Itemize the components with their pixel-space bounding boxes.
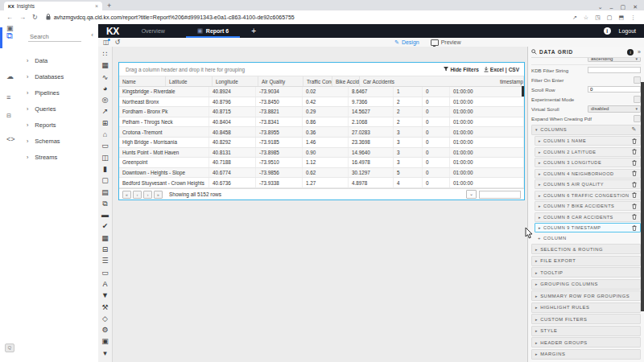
last-page-icon[interactable]: » [154,191,163,199]
column-section-item[interactable]: ▸ COLUMN 2 LATITUDE [535,147,641,157]
palette-drag-handle-icon[interactable]: ∷ [103,48,108,60]
virtual-scroll-select[interactable]: disabled▾ [588,105,641,113]
pivot-table-widget-icon[interactable]: ⊞ [102,117,109,129]
hide-filters-button[interactable]: Hide Filters [444,67,478,72]
trash-icon[interactable] [632,138,637,144]
table-row[interactable]: Kingsbridge - Riverdale 40.8924 -73.9034… [119,87,524,97]
experimental-mode-checkbox[interactable] [634,96,641,103]
refresh-icon[interactable]: ↻ [32,14,38,21]
pie-chart-widget-icon[interactable]: ◕ [103,83,107,94]
excel-export-button[interactable]: Excel [490,67,504,72]
tab-report-6[interactable]: ▦ Report 6 [186,24,240,38]
hierarchy-widget-icon[interactable]: ⊟ [102,244,109,255]
table-row[interactable]: High Bridge - Morrisania 40.8292 -73.918… [119,138,524,148]
table-row[interactable]: Bedford Stuyvesant - Crown Heights 40.67… [119,178,524,188]
profile-icon[interactable]: ▢ [607,14,613,21]
panel-collapse-icon[interactable]: » [638,49,641,55]
incognito-icon[interactable]: ⬒ [618,14,624,21]
data-grid-widget[interactable]: Drag a column header and drop it here fo… [118,62,525,200]
maximize-icon[interactable]: ▢ [621,4,626,10]
table-row[interactable]: Hunts Point - Mott Haven 40.8131 -73.898… [119,148,524,158]
filter-on-enter-checkbox[interactable] [634,76,641,84]
browser-menu-icon[interactable]: ⋮ [630,14,636,21]
next-page-icon[interactable]: › [143,191,152,199]
table-header-cell[interactable]: Bike Accidents [332,76,360,86]
panel-section[interactable]: ▸ TOOLTIP [531,267,641,278]
minimize-icon[interactable]: – [610,5,613,10]
panel-section[interactable]: ▸ CUSTOM FILTERS [531,314,641,324]
panel-section[interactable]: ▸ MARGINS [531,349,641,360]
tools-widget-icon[interactable]: ⚒ [101,302,108,313]
trash-icon[interactable] [632,204,637,209]
filter-widget-icon[interactable]: ▼ [101,290,109,301]
column-section-item[interactable]: ▸ COLUMN 9 TIMESTAMP [535,223,641,232]
trash-icon[interactable] [632,225,637,231]
button-widget-icon[interactable]: ▬ [101,209,109,220]
forward-icon[interactable]: → [19,14,26,21]
expand-pdf-checkbox[interactable] [634,115,641,122]
add-column-button[interactable]: + COLUMN [538,234,641,242]
columns-section-header[interactable]: ▾ COLUMNS ✎ [531,125,641,135]
tab-overview[interactable]: Overview [142,28,165,34]
panel-scrollbar-thumb[interactable] [641,82,644,311]
data-grid-widget-icon[interactable]: ▦ [101,60,109,71]
csv-export-button[interactable]: CSV [509,67,519,72]
search-input[interactable] [28,32,81,42]
column-section-item[interactable]: ▸ COLUMN 5 AIR QUALITY [535,179,641,189]
panel-section[interactable]: ▸ SUMMARY ROW FOR GROUPINGS [531,290,641,301]
table-row[interactable]: Crotona -Tremont 40.8458 -73.8955 0.36 2… [119,127,524,138]
text-widget-icon[interactable]: A [102,278,107,290]
input-widget-icon[interactable]: ▭ [101,267,109,278]
sidebar-item[interactable]: › Schemas [0,133,98,149]
rows-layout-widget-icon[interactable]: ▤ [101,187,109,198]
close-icon[interactable]: ✕ [633,4,638,10]
edit-columns-icon[interactable]: ✎ [632,126,637,133]
bookmark-star-icon[interactable]: ☆ [584,14,588,21]
shape-widget-icon[interactable]: ◇ [102,313,108,324]
checkbox-widget-icon[interactable]: ✔ [102,220,109,232]
sidebar-item[interactable]: › Pipelines [0,84,98,101]
panel-section[interactable]: ▸ STYLE [531,326,641,336]
filter-toggle-icon[interactable]: ⌄ [466,190,477,199]
window-menu-icon[interactable]: ⌄ [598,4,603,10]
settings-widget-icon[interactable]: ⚙ [101,324,108,335]
image-widget-icon[interactable]: ▣ [101,335,109,347]
grid-scrollbar-thumb[interactable] [522,86,524,97]
back-icon[interactable]: ← [6,14,13,21]
table-row[interactable]: Pelham - Throgs Neck 40.8404 -73.8341 0.… [119,117,524,128]
column-section-item[interactable]: ▸ COLUMN 8 CAR ACCIDENTS [535,212,641,222]
add-report-tab-button[interactable]: + [251,27,256,35]
table-row[interactable]: Northeast Bronx 40.8796 -73.8450 0.42 9.… [119,97,524,108]
save-layout-icon[interactable]: ◫ [103,39,109,46]
copy-widget-icon[interactable]: ⧉ [102,198,107,209]
sidebar-collapse-icon[interactable]: ‹ [91,31,93,39]
extensions-icon[interactable]: ◳ [595,14,601,21]
column-section-item[interactable]: ▸ COLUMN 7 BIKE ACCIDENTS [535,201,641,211]
palette-scroll-down-icon[interactable]: ▾ [103,348,107,359]
footer-filter-input[interactable] [479,191,521,199]
table-row[interactable]: Downtown - Heights - Slope 40.6774 -73.9… [119,168,524,179]
trash-icon[interactable] [632,182,637,187]
sidebar-item[interactable]: › Databases [0,68,98,84]
trend-widget-icon[interactable]: ↗ [102,105,109,117]
scroll-row-input[interactable] [588,86,641,93]
columns-layout-widget-icon[interactable]: ◫ [101,152,109,163]
panel-section[interactable]: ▸ GROUPING COLUMNS [531,279,641,290]
browser-new-tab-button[interactable]: + [107,2,111,10]
table-row[interactable]: Greenpoint 40.7188 -73.9510 1.12 16.4978… [119,158,524,168]
preview-mode-toggle[interactable]: Preview [431,39,461,46]
trash-icon[interactable] [632,149,637,154]
first-page-icon[interactable]: « [122,191,131,199]
sidebar-item[interactable]: › Reports [0,117,98,133]
panel-section[interactable]: ▸ HIGHLIGHT RULES [531,302,641,313]
logout-button[interactable]: Logout [619,28,636,34]
design-mode-toggle[interactable]: ✎ Design [394,39,419,46]
sidebar-item[interactable]: › Queries [0,101,98,117]
table-header-cell[interactable]: Latitude [166,76,213,86]
calendar-widget-icon[interactable]: ▦ [101,232,109,244]
undo-icon[interactable]: ↺ [115,39,121,46]
table-header-cell[interactable]: Name [119,76,166,86]
trash-icon[interactable] [632,160,637,166]
table-header-cell[interactable]: Car Accidents [360,76,497,86]
trash-icon[interactable] [632,192,637,198]
